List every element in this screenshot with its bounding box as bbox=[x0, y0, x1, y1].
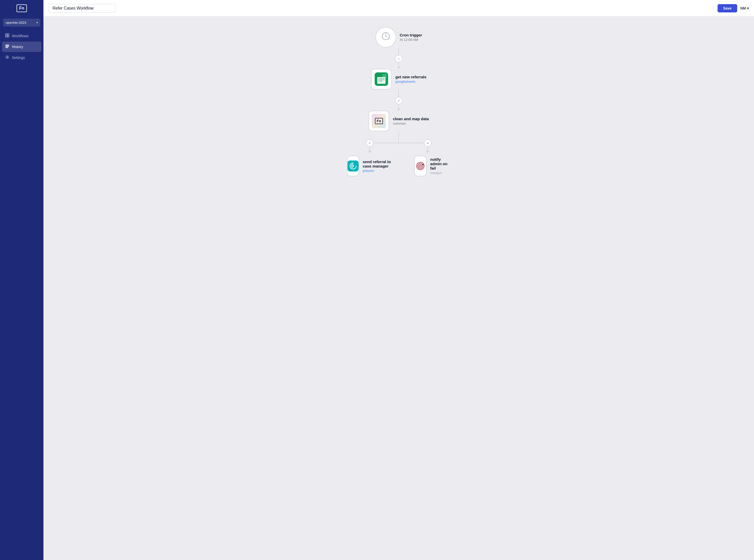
notify-admin-node[interactable] bbox=[414, 156, 426, 176]
svg-rect-3 bbox=[7, 36, 9, 37]
svg-rect-2 bbox=[5, 36, 7, 37]
sidebar-item-settings[interactable]: Settings bbox=[2, 53, 41, 63]
get-referrals-title: get new referrals bbox=[395, 75, 426, 79]
get-referrals-row: get new referrals googlesheets bbox=[371, 69, 426, 89]
svg-point-27 bbox=[352, 165, 354, 167]
send-referral-title: send referral to case manager bbox=[363, 160, 394, 168]
workspace-selector[interactable]: openhie-2023 ▾ bbox=[3, 19, 40, 27]
history-icon bbox=[5, 44, 9, 49]
clock-icon bbox=[381, 31, 391, 43]
fn-logo-text: Fn bbox=[375, 118, 383, 124]
connector-2: ✓ bbox=[395, 89, 403, 111]
cron-trigger-subtitle: At 12:00 AM bbox=[400, 38, 422, 42]
svg-text:✓: ✓ bbox=[369, 141, 371, 145]
svg-rect-14 bbox=[378, 81, 383, 81]
workflow-title-input[interactable] bbox=[48, 4, 116, 13]
send-referral-node[interactable] bbox=[347, 156, 359, 176]
svg-rect-11 bbox=[377, 77, 385, 84]
branch-nodes-row: send referral to case manager primero bbox=[347, 156, 451, 176]
connector-1: ∞ bbox=[395, 47, 403, 69]
get-referrals-label: get new referrals googlesheets bbox=[395, 75, 426, 83]
main-content: Save NM ▾ Cron trigg bbox=[43, 0, 754, 560]
chevron-down-icon: ▾ bbox=[37, 21, 38, 24]
svg-rect-13 bbox=[378, 79, 385, 80]
sidebar: Fn openhie-2023 ▾ Workflows bbox=[0, 0, 43, 560]
header: Save NM ▾ bbox=[43, 0, 754, 17]
googlesheets-icon bbox=[375, 73, 388, 86]
line-v-3 bbox=[398, 89, 399, 97]
workflow-diagram: Cron trigger At 12:00 AM ∞ bbox=[308, 27, 489, 176]
clean-map-subtitle: common bbox=[393, 121, 429, 125]
svg-rect-6 bbox=[6, 47, 8, 48]
arrow-1 bbox=[397, 67, 400, 69]
clean-map-title: clean and map data bbox=[393, 117, 429, 121]
svg-rect-1 bbox=[7, 34, 9, 35]
workflows-icon bbox=[5, 33, 9, 39]
workflow-canvas[interactable]: Cron trigger At 12:00 AM ∞ bbox=[43, 17, 754, 560]
header-right: Save NM ▾ bbox=[717, 4, 749, 13]
svg-point-32 bbox=[420, 165, 421, 166]
get-referrals-node[interactable] bbox=[371, 69, 392, 89]
logo-text: Fn bbox=[17, 4, 27, 12]
user-menu[interactable]: NM ▾ bbox=[740, 6, 749, 11]
send-referral-row: send referral to case manager primero bbox=[347, 156, 394, 176]
sidebar-item-history[interactable]: History bbox=[2, 42, 41, 52]
svg-marker-21 bbox=[426, 151, 429, 153]
cron-trigger-node[interactable] bbox=[375, 27, 396, 47]
user-initials: NM bbox=[740, 6, 746, 11]
svg-point-7 bbox=[7, 57, 8, 58]
svg-rect-0 bbox=[5, 34, 7, 35]
get-referrals-subtitle: googlesheets bbox=[395, 80, 426, 83]
fn-logo-icon: Fn bbox=[372, 114, 386, 128]
cron-trigger-row: Cron trigger At 12:00 AM bbox=[375, 27, 422, 47]
line-v-4 bbox=[398, 104, 399, 108]
line-v-5 bbox=[398, 131, 399, 139]
line-v-1 bbox=[398, 47, 399, 55]
user-chevron-icon: ▾ bbox=[747, 6, 749, 11]
sidebar-item-history-label: History bbox=[12, 45, 23, 49]
svg-point-33 bbox=[422, 164, 424, 165]
mailgun-icon bbox=[415, 159, 426, 173]
notify-admin-title: notify admin on fail bbox=[430, 157, 451, 171]
svg-text:✕: ✕ bbox=[426, 142, 429, 145]
send-referral-label: send referral to case manager primero bbox=[363, 160, 394, 173]
app-logo[interactable]: Fn bbox=[0, 0, 43, 17]
svg-rect-4 bbox=[6, 45, 9, 45]
svg-rect-12 bbox=[378, 78, 385, 79]
settings-icon bbox=[5, 55, 9, 60]
check-connector[interactable]: ✓ bbox=[395, 97, 403, 104]
cron-trigger-label: Cron trigger At 12:00 AM bbox=[400, 33, 422, 42]
branch-section: ✓ ✕ bbox=[347, 131, 451, 176]
branch-lines-svg: ✓ ✕ bbox=[347, 139, 451, 155]
cron-trigger-title: Cron trigger bbox=[400, 33, 422, 37]
primero-icon bbox=[348, 159, 359, 173]
arrow-2 bbox=[397, 108, 400, 111]
notify-admin-subtitle: mailgun bbox=[430, 171, 451, 175]
loop-connector[interactable]: ∞ bbox=[395, 55, 403, 63]
send-referral-subtitle: primero bbox=[363, 169, 394, 173]
workspace-name: openhie-2023 bbox=[6, 21, 26, 24]
clean-map-node[interactable]: Fn bbox=[369, 111, 389, 131]
nav-menu: Workflows History Settings bbox=[0, 31, 43, 63]
clean-map-label: clean and map data common bbox=[393, 117, 429, 125]
save-button[interactable]: Save bbox=[717, 4, 737, 13]
sidebar-item-settings-label: Settings bbox=[12, 56, 25, 60]
notify-admin-row: notify admin on fail mailgun bbox=[414, 156, 451, 176]
notify-admin-label: notify admin on fail mailgun bbox=[430, 157, 451, 175]
svg-marker-20 bbox=[368, 151, 371, 153]
clean-map-row: Fn clean and map data common bbox=[369, 111, 429, 131]
line-v-2 bbox=[398, 63, 399, 67]
sidebar-item-workflows-label: Workflows bbox=[12, 34, 28, 38]
sidebar-item-workflows[interactable]: Workflows bbox=[2, 31, 41, 41]
svg-rect-5 bbox=[6, 46, 9, 47]
